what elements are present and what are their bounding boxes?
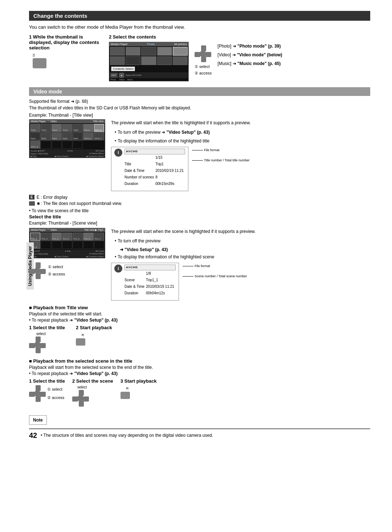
intro-text: You can switch to the other mode of Medi… — [29, 24, 370, 30]
title-view-screen: Media Player 🎬 VideoTitle view Trip1 Tri… — [29, 119, 105, 191]
playback-title-desc: Playback of the selected title will star… — [29, 311, 370, 317]
sc-step1-dpad-down[interactable] — [36, 396, 41, 402]
playback-title-view-heading: ■ Playback from Title view — [29, 305, 370, 310]
playback-step1: 1 Select the title select — [29, 325, 65, 353]
example-title-view-label: Example: Thumbnail - [Title view] — [29, 113, 370, 118]
title-view-preview-text: The preview will start when the title is… — [111, 119, 370, 191]
error-display: E E : Error display — [29, 195, 370, 200]
playback-title-view-section: ■ Playback from Title view Playback of t… — [29, 305, 370, 353]
change-contents-header: Change the contents — [29, 11, 370, 21]
b-button — [33, 58, 46, 68]
pb-step1-dpad-down[interactable] — [36, 347, 41, 353]
step1-title: 1 While the thumbnail is displayed, disp… — [29, 34, 102, 51]
scene-view-screen-col: Media Player 🎬 VideoTitle view ▶ Trip1 T… — [29, 228, 105, 301]
info-box-1-area: i AVCHD 1/15 TitleTrip1 Date & Time2010/… — [111, 147, 370, 191]
sc-step2-dpad-center[interactable] — [77, 395, 84, 402]
video-mode-header: Video mode — [29, 87, 370, 96]
change-contents-section: Change the contents You can switch to th… — [29, 11, 370, 81]
change-contents-steps: 1 While the thumbnail is displayed, disp… — [29, 34, 370, 81]
pb-step1-dpad-center[interactable] — [34, 342, 41, 348]
scene-view-screen: Media Player 🎬 VideoTitle view ▶ Trip1 T… — [29, 228, 105, 258]
note-section: Note — [29, 412, 370, 425]
scene-dpad-right[interactable] — [40, 269, 46, 274]
scene-dpad-area: ① select ② access — [29, 260, 105, 279]
playback-scene-bullet: • To repeat playback ➜ "Video Setup" (p.… — [29, 371, 370, 376]
dpad-right[interactable] — [205, 52, 211, 57]
playback-step2: 2 Start playback R — [76, 325, 112, 346]
video-mode-section: Video mode Supported file format ➜ (p. 6… — [29, 87, 370, 425]
scene-start-playback-btn[interactable] — [121, 392, 130, 399]
supported-format: Supported file format ➜ (p. 68) — [29, 99, 370, 104]
playback-title-bullet: • To repeat playback ➜ "Video Setup" (p.… — [29, 318, 370, 323]
title-view-area: Media Player 🎬 VideoTitle view Trip1 Tri… — [29, 119, 370, 191]
scene-dpad-center[interactable] — [34, 267, 41, 274]
scene-steps: 1 Select the title ① select ② access — [29, 378, 370, 407]
note-box: Note — [29, 415, 47, 425]
dpad-center[interactable] — [200, 51, 206, 57]
step2-col: 2 Select the contents Media PlayerPhotoA… — [109, 34, 370, 81]
info-box-2-area: i AVCHD 1/8 SceneTrip1_1 Date & Time2010… — [111, 263, 370, 301]
info-labels-2: File format Scene number / Total scene n… — [183, 263, 247, 279]
playback-scene-desc: Playback will start from the selected sc… — [29, 365, 370, 370]
example-scene-label: Example: Thumbnail - [Scene view] — [29, 221, 370, 226]
page-number-row: 42 • The structure of titles and scenes … — [29, 428, 370, 440]
scene-step3: 3 Start playback R — [121, 378, 157, 399]
sc-step1-dpad-right[interactable] — [40, 392, 46, 397]
step1-col: 1 While the thumbnail is displayed, disp… — [29, 34, 102, 81]
no-thumbnail-row: ■ : The file does not support thumbnail … — [29, 201, 370, 206]
select-label: ① select ② access — [195, 64, 212, 76]
dpad-down[interactable] — [201, 56, 206, 62]
page: Using Media Player Change the contents Y… — [0, 0, 392, 532]
playback-scene-heading: ■ Playback from the selected scene in th… — [29, 358, 370, 364]
b-button-area: B — [33, 53, 102, 68]
thumbnail-desc: The thumbnail of video titles in the SD … — [29, 105, 370, 110]
scene-dpad-down[interactable] — [36, 273, 41, 279]
info-icon-1: i — [114, 149, 122, 157]
info-labels: File format Title number / Total title n… — [192, 147, 250, 164]
photo-screen: Media PlayerPhotoAll photos — [109, 42, 189, 81]
sc-step2-dpad-down[interactable] — [79, 401, 84, 407]
photo-video-music-notes: [Photo] ➜ "Photo mode" (p. 39) [Video] ➜… — [217, 42, 282, 68]
info-icon-2: i — [114, 265, 122, 273]
info-box-2: i AVCHD 1/8 SceneTrip1_1 Date & Time2010… — [111, 263, 179, 301]
scene-view-area: Media Player 🎬 VideoTitle view ▶ Trip1 T… — [29, 228, 370, 301]
info-box-1: i AVCHD 1/15 TitleTrip1 Date & Time2010/… — [111, 147, 188, 191]
playback-scene-section: ■ Playback from the selected scene in th… — [29, 358, 370, 407]
sc-step2-dpad-right[interactable] — [83, 396, 89, 402]
scene-preview-col: The preview will start when the scene is… — [111, 228, 370, 301]
playback-title-steps: 1 Select the title select — [29, 325, 370, 353]
scene-step2: 2 Select the scene select — [72, 378, 113, 407]
start-playback-btn[interactable] — [76, 338, 85, 346]
pb-step1-dpad-right[interactable] — [40, 343, 46, 348]
view-scenes-bullet: • To view the scenes of the title — [29, 208, 370, 213]
select-title-label: Select the title — [29, 214, 370, 219]
step2-title: 2 Select the contents — [109, 34, 370, 40]
scene-step1: 1 Select the title ① select ② access — [29, 378, 65, 402]
select-access-area: ① select ② access — [195, 45, 212, 76]
sc-step1-dpad-center[interactable] — [34, 390, 41, 397]
